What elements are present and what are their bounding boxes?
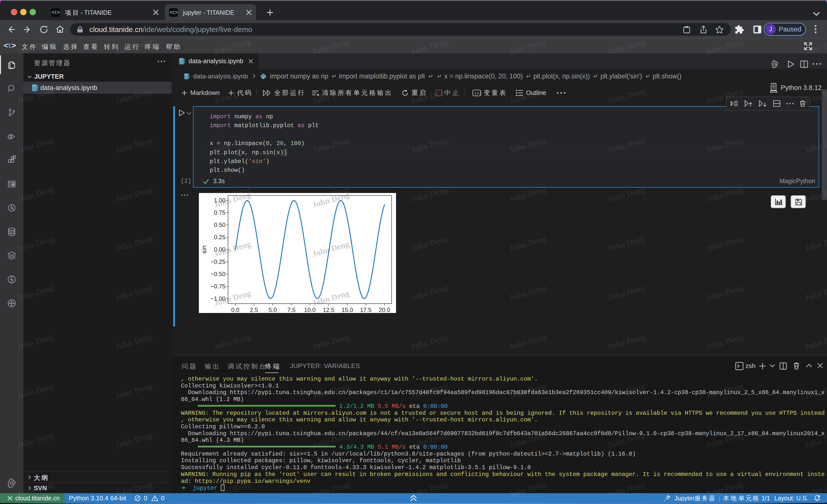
svg-text:−0.50: −0.50 [210,271,226,277]
svg-text:12.5: 12.5 [323,306,335,313]
svg-text:20.0: 20.0 [379,306,390,313]
svg-text:10.0: 10.0 [304,306,316,313]
svg-text:−0.75: −0.75 [210,283,226,290]
svg-text:7.5: 7.5 [287,306,295,313]
svg-text:−1.00: −1.00 [210,295,226,302]
svg-text:15.0: 15.0 [342,306,353,313]
svg-text:2.5: 2.5 [250,306,258,313]
svg-text:17.5: 17.5 [360,306,372,313]
svg-text:−0.25: −0.25 [210,259,226,265]
svg-text:1.00: 1.00 [214,197,226,204]
svg-text:0.50: 0.50 [214,222,226,228]
svg-text:(x): (x) [475,92,481,96]
svg-text:sin: sin [200,245,208,254]
svg-text:0.00: 0.00 [214,246,226,253]
svg-text:0.75: 0.75 [214,209,226,216]
svg-text:0.0: 0.0 [231,306,239,313]
svg-text:5.0: 5.0 [269,306,277,313]
svg-text:0.25: 0.25 [214,234,226,240]
